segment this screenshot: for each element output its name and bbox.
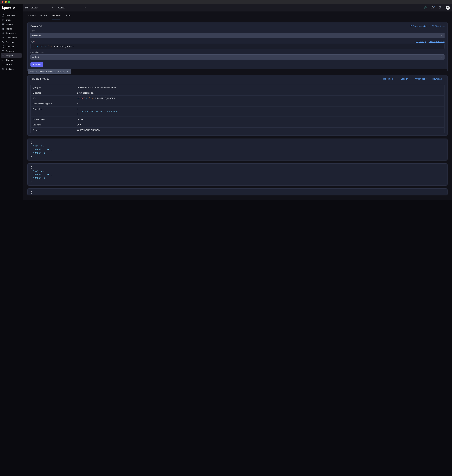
sidebar-item-streams[interactable]: Streams xyxy=(0,40,23,44)
nav-icon xyxy=(2,63,5,66)
nav-icon xyxy=(2,68,5,70)
maximize-window-dot[interactable] xyxy=(8,1,10,3)
logo: kpow xyxy=(0,4,23,13)
sidebar-item-label: kREPL xyxy=(6,63,13,66)
context-value: 0 xyxy=(75,101,445,106)
context-value: { "auto.offset.reset": "earliest"} xyxy=(75,106,445,117)
svg-point-6 xyxy=(2,50,4,51)
chevron-down-icon xyxy=(52,7,54,9)
execute-button[interactable]: Execute xyxy=(30,62,43,67)
sidebar-item-label: Brokers xyxy=(6,23,13,26)
nav-icon xyxy=(2,27,5,30)
sidebar-item-label: Streams xyxy=(6,41,14,43)
offset-select[interactable]: earliest xyxy=(30,54,445,60)
svg-point-5 xyxy=(4,47,4,48)
sidebar-item-schema[interactable]: Schema xyxy=(0,49,23,53)
svg-point-3 xyxy=(4,46,4,46)
document-icon xyxy=(410,25,412,27)
kw-select: SELECT xyxy=(36,45,44,47)
query-tab[interactable]: SELECT * from QUERYABLE_GRADES; × xyxy=(28,69,71,74)
sidebar: kpow OverviewDataBrokersTopicsProducersC… xyxy=(0,4,23,200)
trash-icon xyxy=(432,25,434,27)
sidebar-item-producers[interactable]: Producers xyxy=(0,31,23,35)
sql-editor[interactable]: 1 SELECT * from QUERYABLE_GRADES; xyxy=(30,44,445,49)
sidebar-item-data[interactable]: Data xyxy=(0,18,23,22)
sidebar-item-brokers[interactable]: Brokers xyxy=(0,22,23,26)
sidebar-item-label: Producers xyxy=(6,32,15,34)
divider xyxy=(413,78,413,80)
load-sql-link[interactable]: Load SQL from file xyxy=(429,40,445,43)
nav-icon xyxy=(2,14,5,17)
window-chrome xyxy=(0,0,452,4)
results-summary: Realized 5 results. xyxy=(30,78,49,80)
type-select[interactable]: Pull query xyxy=(30,33,445,38)
result-row: { "ID": 2, "GRADE": "A+", "RANK": 1 } xyxy=(27,163,447,185)
close-window-dot[interactable] xyxy=(2,1,4,3)
divider xyxy=(429,25,429,27)
offset-value: earliest xyxy=(32,56,39,58)
clear-form-link[interactable]: Clear form xyxy=(432,25,445,27)
sort-dropdown[interactable]: Sort: ID xyxy=(401,78,411,80)
notifications-button[interactable] xyxy=(431,6,434,9)
ksql-dropdown[interactable]: ksqldb3 xyxy=(58,6,86,9)
sidebar-item-label: Topics xyxy=(6,28,12,30)
context-table: Query ID109a1106-0931-4735-9054-699d3ab6… xyxy=(30,85,445,133)
notification-dot xyxy=(434,6,435,7)
help-icon xyxy=(439,6,441,9)
context-row: SourcesQUERYABLE_GRADES xyxy=(31,128,445,133)
type-value: Pull query xyxy=(32,34,41,37)
context-row: Executeda few seconds ago xyxy=(31,90,445,96)
result-row: { "ID": 3 xyxy=(27,189,447,196)
keybindings-link[interactable]: Keybindings xyxy=(416,40,426,43)
context-value: 10 ms xyxy=(75,117,445,122)
documentation-link[interactable]: Documentation xyxy=(410,25,427,27)
line-number: 1 xyxy=(32,45,34,47)
nav-icon xyxy=(2,36,5,39)
help-button[interactable] xyxy=(438,6,442,9)
avatar[interactable]: PR xyxy=(446,6,450,10)
sidebar-item-quotas[interactable]: Quotas xyxy=(0,58,23,62)
order-label: Order: asc xyxy=(415,78,425,80)
kw-ident: QUERYABLE_GRADES; xyxy=(53,45,75,47)
sidebar-item-connect[interactable]: Connect xyxy=(0,44,23,49)
context-value: 109a1106-0931-4735-9054-699d3ab6fda8 xyxy=(75,85,445,90)
sidebar-item-overview[interactable]: Overview xyxy=(0,13,23,18)
tab-queries[interactable]: Queries xyxy=(40,12,48,20)
tab-execute[interactable]: Execute xyxy=(52,12,60,20)
context-key: Elapsed time xyxy=(31,117,75,122)
context-key: Max rows xyxy=(31,122,75,128)
theme-toggle[interactable] xyxy=(424,6,427,9)
context-value: a few seconds ago xyxy=(75,90,445,96)
panel-title: Execute SQL xyxy=(30,25,43,27)
minimize-window-dot[interactable] xyxy=(5,1,7,3)
chevron-down-icon xyxy=(443,78,445,80)
chevrons-right-icon xyxy=(12,6,16,9)
sidebar-item-consumers[interactable]: Consumers xyxy=(0,35,23,40)
tab-sources[interactable]: Sources xyxy=(27,12,36,20)
sidebar-item-label: Consumers xyxy=(6,37,17,39)
order-dropdown[interactable]: Order: asc xyxy=(415,78,428,80)
context-value: QUERYABLE_GRADES xyxy=(75,128,445,133)
hide-context-label: Hide context xyxy=(382,78,393,80)
sidebar-item-ksqldb[interactable]: ksqlDB xyxy=(1,53,22,58)
cluster-dropdown[interactable]: MSK Cluster xyxy=(25,6,54,9)
svg-rect-0 xyxy=(2,23,4,24)
context-row: Data policies applied0 xyxy=(31,101,445,106)
tab-insert[interactable]: Insert xyxy=(65,12,71,20)
result-row: { "ID": 1, "GRADE": "A+", "RANK": 1 } xyxy=(27,138,447,161)
context-key: Sources xyxy=(31,128,75,133)
sidebar-item-topics[interactable]: Topics xyxy=(0,26,23,31)
svg-point-9 xyxy=(3,69,4,69)
hide-context-toggle[interactable]: Hide context xyxy=(382,78,396,80)
chevron-down-icon xyxy=(440,56,443,58)
close-icon[interactable]: × xyxy=(67,71,68,73)
sidebar-item-krepl[interactable]: kREPL xyxy=(0,62,23,67)
nav-icon xyxy=(2,23,5,26)
chevron-down-icon xyxy=(409,78,411,80)
context-key: Properties xyxy=(31,106,75,117)
download-dropdown[interactable]: Download xyxy=(432,78,445,80)
tabs: SourcesQueriesExecuteInsert xyxy=(23,12,452,20)
query-tab-label: SELECT * from QUERYABLE_GRADES; xyxy=(30,71,65,73)
sidebar-item-settings[interactable]: Settings xyxy=(0,67,23,71)
svg-rect-2 xyxy=(2,28,4,30)
